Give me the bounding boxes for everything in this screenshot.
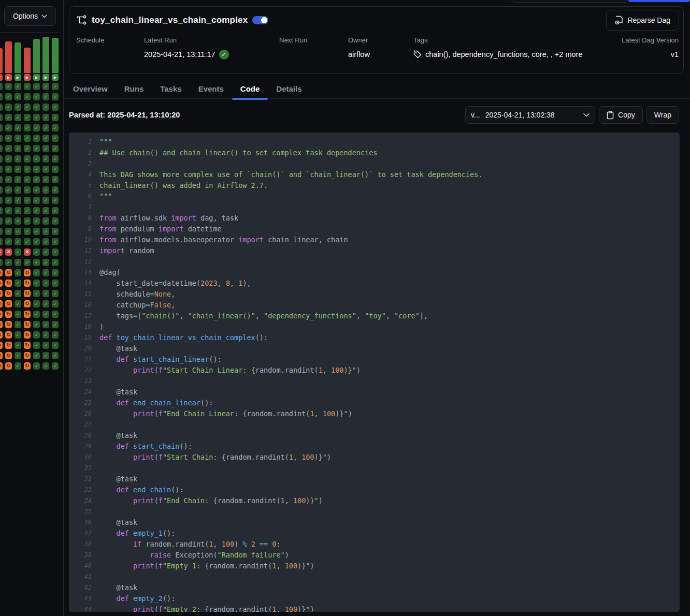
task-instance-square[interactable]: ✓ [33, 104, 40, 111]
task-instance-square[interactable]: ✓ [24, 155, 31, 163]
task-instance-square[interactable]: ✓ [42, 114, 49, 121]
task-instance-square[interactable]: ↻ [24, 300, 31, 307]
task-instance-square[interactable]: ↻ [5, 362, 12, 370]
task-instance-square[interactable]: ✓ [0, 114, 3, 121]
task-instance-square[interactable]: ✓ [0, 93, 3, 100]
task-instance-square[interactable]: ✓ [0, 238, 3, 245]
task-instance-square[interactable]: ✓ [33, 321, 40, 328]
dag-run-state-box[interactable]: ▶ [0, 74, 3, 81]
task-instance-square[interactable]: ✓ [42, 228, 49, 235]
task-instance-square[interactable]: ✓ [33, 331, 40, 339]
task-instance-square[interactable]: ✓ [15, 238, 21, 245]
task-instance-square[interactable]: ✓ [15, 300, 21, 307]
task-instance-square[interactable]: ✓ [52, 290, 59, 297]
task-instance-square[interactable]: ✓ [15, 269, 21, 276]
task-instance-square[interactable]: ✓ [0, 104, 3, 111]
task-instance-square[interactable]: ✓ [5, 83, 12, 90]
task-instance-square[interactable]: ✓ [15, 145, 21, 152]
task-instance-square[interactable]: ✓ [52, 124, 59, 131]
task-instance-square[interactable]: ✓ [24, 238, 31, 245]
task-instance-square[interactable]: ✕ [5, 248, 12, 256]
task-instance-square[interactable]: ✓ [42, 186, 49, 194]
task-instance-square[interactable]: ↻ [24, 362, 31, 370]
task-instance-square[interactable]: ↻ [0, 352, 3, 359]
task-instance-square[interactable]: ✓ [42, 300, 49, 307]
task-instance-square[interactable]: ✓ [5, 238, 12, 245]
dag-run-state-box[interactable]: ▶ [24, 74, 31, 81]
task-instance-square[interactable]: ✓ [5, 145, 12, 152]
task-instance-square[interactable]: ✓ [24, 176, 31, 183]
task-instance-square[interactable]: ✓ [0, 124, 3, 131]
task-instance-square[interactable]: ✓ [33, 248, 40, 256]
task-instance-square[interactable]: ✓ [24, 217, 31, 225]
task-instance-square[interactable]: ✓ [5, 93, 12, 100]
task-instance-square[interactable]: ✓ [42, 238, 49, 245]
task-instance-square[interactable]: ✓ [42, 104, 49, 111]
task-instance-square[interactable]: ✓ [42, 311, 49, 318]
task-instance-square[interactable]: ✓ [33, 311, 40, 318]
reparse-dag-button[interactable]: Reparse Dag [606, 10, 680, 31]
task-instance-square[interactable]: ✓ [33, 259, 40, 266]
task-instance-square[interactable]: ✓ [42, 93, 49, 100]
task-instance-square[interactable]: ✓ [0, 228, 3, 235]
task-instance-square[interactable]: ✓ [33, 362, 40, 370]
task-instance-square[interactable]: ↻ [5, 311, 12, 318]
task-instance-square[interactable]: ✓ [15, 166, 21, 173]
task-instance-square[interactable]: ✓ [15, 321, 21, 328]
task-instance-square[interactable]: ✓ [5, 166, 12, 173]
task-instance-square[interactable]: ✓ [33, 186, 40, 194]
task-instance-square[interactable]: ✓ [52, 248, 59, 256]
task-instance-square[interactable]: ✓ [15, 217, 21, 225]
task-instance-square[interactable]: ✓ [52, 166, 59, 173]
task-instance-square[interactable]: ✓ [33, 269, 40, 276]
task-instance-square[interactable]: ✓ [33, 217, 40, 225]
task-instance-square[interactable]: ✓ [5, 186, 12, 194]
task-instance-square[interactable]: ✓ [0, 166, 3, 173]
task-instance-square[interactable]: ✓ [24, 114, 31, 121]
task-instance-square[interactable]: ✓ [24, 124, 31, 131]
task-instance-square[interactable]: ✓ [0, 197, 3, 204]
task-instance-square[interactable]: ✓ [33, 228, 40, 235]
task-instance-square[interactable]: ✓ [0, 217, 3, 225]
run-duration-bar[interactable] [5, 41, 12, 73]
dag-run-state-box[interactable]: ▶ [5, 74, 12, 81]
task-instance-square[interactable]: ✓ [33, 238, 40, 245]
task-instance-square[interactable]: ✓ [5, 207, 12, 214]
task-instance-square[interactable]: ✓ [24, 207, 31, 214]
task-instance-square[interactable]: ✓ [15, 342, 21, 349]
task-instance-square[interactable]: ↻ [5, 300, 12, 307]
task-instance-square[interactable]: ✓ [33, 145, 40, 152]
task-instance-square[interactable]: ✓ [24, 104, 31, 111]
task-instance-square[interactable]: ✓ [42, 166, 49, 173]
task-instance-square[interactable]: ✓ [42, 259, 49, 266]
task-instance-square[interactable]: ✓ [52, 311, 59, 318]
task-instance-square[interactable]: ✓ [5, 217, 12, 225]
task-instance-square[interactable]: ✓ [42, 217, 49, 225]
task-instance-square[interactable]: ✓ [33, 342, 40, 349]
task-instance-square[interactable]: ✓ [42, 248, 49, 256]
task-instance-square[interactable]: ✓ [52, 197, 59, 204]
tab-code[interactable]: Code [232, 79, 268, 99]
task-instance-square[interactable]: ↻ [5, 352, 12, 359]
task-instance-square[interactable]: ↻ [0, 290, 3, 297]
task-instance-square[interactable]: ✓ [24, 228, 31, 235]
run-duration-bar[interactable] [24, 48, 31, 73]
tab-overview[interactable]: Overview [65, 79, 116, 99]
task-instance-square[interactable]: ✓ [33, 155, 40, 163]
task-instance-square[interactable]: ✓ [24, 197, 31, 204]
task-instance-square[interactable]: ✓ [15, 207, 21, 214]
task-instance-square[interactable]: ✓ [15, 362, 21, 370]
task-instance-square[interactable]: ✓ [52, 352, 59, 359]
task-instance-square[interactable]: ↻ [5, 280, 12, 287]
task-instance-square[interactable]: ✓ [15, 186, 21, 194]
task-instance-square[interactable]: ✓ [33, 176, 40, 183]
task-instance-square[interactable]: ✓ [52, 207, 59, 214]
task-instance-square[interactable]: ✓ [52, 238, 59, 245]
task-instance-square[interactable]: ✓ [15, 331, 21, 339]
task-instance-square[interactable]: ✓ [42, 321, 49, 328]
task-instance-square[interactable]: ↻ [5, 331, 12, 339]
task-instance-square[interactable]: ↻ [24, 311, 31, 318]
task-instance-square[interactable]: ✓ [33, 135, 40, 142]
task-instance-square[interactable]: ↻ [24, 321, 31, 328]
tab-events[interactable]: Events [190, 79, 232, 99]
